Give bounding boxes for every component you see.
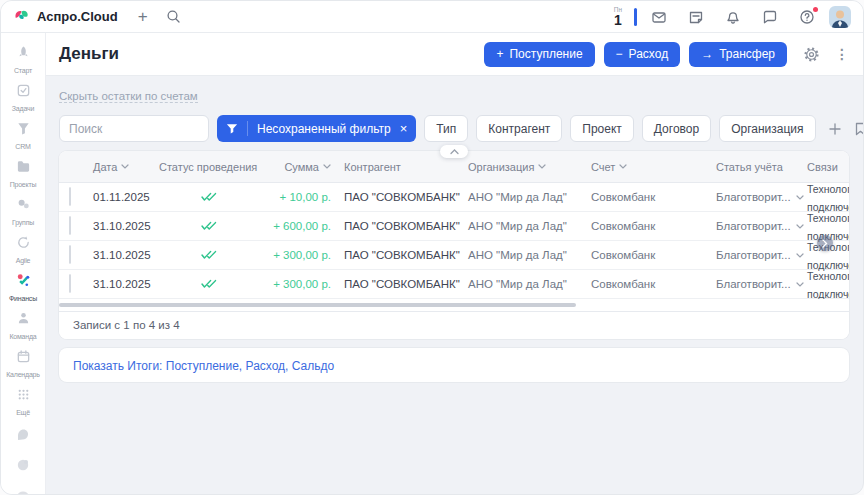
notes-icon[interactable]	[688, 9, 704, 25]
scroll-right-button[interactable]	[817, 235, 833, 251]
cell-counterparty: ПАО "СОВКОМБАНК"	[339, 249, 464, 261]
expense-button[interactable]: − Расход	[604, 42, 681, 67]
sidebar-item-projects[interactable]: Проекты	[1, 155, 45, 193]
cell-date: 31.10.2025	[89, 278, 159, 290]
filter-project-button[interactable]: Проект	[570, 115, 634, 142]
active-filter-chip[interactable]: Несохраненный фильтр ×	[217, 115, 416, 142]
cell-amount: + 300,00 р.	[254, 278, 339, 290]
cell-status	[159, 250, 254, 260]
horizontal-scrollbar	[59, 299, 849, 311]
sidebar-item-more[interactable]: Ещё	[1, 383, 45, 421]
filter-organization-button[interactable]: Организация	[719, 115, 815, 142]
sidebar-item-team[interactable]: Команда	[1, 307, 45, 345]
sidebar-item-start[interactable]: Старт	[1, 41, 45, 79]
search-icon[interactable]	[166, 9, 181, 24]
filter-type-button[interactable]: Тип	[424, 115, 468, 142]
create-plus-icon[interactable]: +	[138, 8, 148, 25]
transfer-button[interactable]: → Трансфер	[689, 42, 787, 67]
active-filter-label: Несохраненный фильтр	[248, 122, 399, 136]
column-header-category[interactable]: Статья учёта	[709, 161, 804, 173]
search-input[interactable]	[59, 115, 209, 142]
funnel-icon	[16, 121, 31, 140]
income-button[interactable]: + Поступление	[484, 42, 594, 67]
chevron-down-icon	[619, 164, 627, 169]
chevron-down-icon	[796, 282, 804, 287]
sidebar-item-label: Календарь	[6, 371, 40, 378]
column-header-counterparty[interactable]: Контрагент	[339, 161, 464, 173]
row-checkbox[interactable]	[69, 187, 71, 206]
sidebar-extra-icon-2[interactable]	[15, 452, 31, 483]
mail-icon[interactable]	[651, 9, 667, 25]
sidebar-item-finance[interactable]: Финансы	[1, 269, 45, 307]
sidebar-item-groups[interactable]: Группы	[1, 193, 45, 231]
chevron-down-icon	[796, 195, 804, 200]
table-row[interactable]: 31.10.2025 + 600,00 р. ПАО "СОВКОМБАНК" …	[59, 212, 849, 241]
app-window: Аспро.Cloud + Пн 1	[0, 0, 864, 495]
main-content: Деньги + Поступление − Расход → Трансфер	[46, 33, 863, 495]
column-header-status[interactable]: Статус проведения	[159, 161, 254, 173]
filter-toolbar: Несохраненный фильтр × Тип Контрагент Пр…	[59, 115, 849, 142]
scrollbar-thumb[interactable]	[59, 303, 576, 307]
help-icon[interactable]	[799, 9, 815, 25]
cell-category[interactable]: Благотворит...	[709, 191, 804, 203]
column-header-account[interactable]: Счет	[589, 161, 709, 173]
table-row[interactable]: 31.10.2025 + 300,00 р. ПАО "СОВКОМБАНК" …	[59, 270, 849, 299]
cell-account: Совкомбанк	[589, 191, 709, 203]
cell-counterparty: ПАО "СОВКОМБАНК"	[339, 278, 464, 290]
sidebar-item-label: Agile	[16, 257, 31, 264]
column-header-organization[interactable]: Организация	[464, 161, 589, 173]
kebab-menu-icon[interactable]: ⋮	[835, 47, 849, 61]
day-number: 1	[614, 13, 622, 27]
filter-counterparty-button[interactable]: Контрагент	[476, 115, 562, 142]
double-check-icon	[200, 192, 255, 202]
cell-date: 31.10.2025	[89, 249, 159, 261]
cell-date: 31.10.2025	[89, 220, 159, 232]
row-checkbox[interactable]	[69, 216, 71, 235]
filter-contract-button[interactable]: Договор	[642, 115, 711, 142]
row-checkbox[interactable]	[69, 274, 71, 293]
income-button-label: Поступление	[509, 47, 582, 61]
cell-category[interactable]: Благотворит...	[709, 220, 804, 232]
cell-category[interactable]: Благотворит...	[709, 278, 804, 290]
aspro-logo-icon	[13, 8, 30, 25]
funnel-icon[interactable]	[217, 121, 248, 136]
close-icon[interactable]: ×	[399, 122, 417, 135]
cell-links[interactable]: Технология подключени	[804, 266, 849, 302]
column-header-amount[interactable]: Сумма	[254, 161, 339, 173]
add-filter-plus-icon[interactable]	[828, 122, 842, 136]
bookmark-icon[interactable]	[854, 122, 864, 136]
sidebar: Старт Задачи CRM Проекты Группы Agile	[1, 33, 46, 495]
sidebar-extra-icon-3[interactable]	[15, 483, 31, 495]
chat-icon[interactable]	[762, 9, 778, 25]
show-totals-link[interactable]: Показать Итоги: Поступление, Расход, Сал…	[73, 359, 334, 373]
folder-icon	[16, 159, 31, 178]
cell-category[interactable]: Благотворит...	[709, 249, 804, 261]
bell-icon[interactable]	[725, 9, 741, 25]
column-header-date[interactable]: Дата	[89, 161, 159, 173]
sidebar-item-crm[interactable]: CRM	[1, 117, 45, 155]
notification-dot	[813, 7, 818, 12]
people-icon	[16, 197, 31, 216]
sidebar-item-label: Группы	[12, 219, 34, 226]
sidebar-item-agile[interactable]: Agile	[1, 231, 45, 269]
gear-icon[interactable]	[803, 46, 820, 63]
totals-card: Показать Итоги: Поступление, Расход, Сал…	[59, 348, 849, 382]
double-check-icon	[200, 221, 255, 231]
column-header-links[interactable]: Связи	[804, 161, 849, 173]
sidebar-item-label: Финансы	[9, 295, 37, 302]
sidebar-item-label: Задачи	[12, 105, 34, 112]
row-checkbox[interactable]	[69, 245, 71, 264]
calendar-date-widget[interactable]: Пн 1	[614, 6, 622, 27]
sidebar-item-calendar[interactable]: Календарь	[1, 345, 45, 383]
sidebar-item-label: CRM	[15, 143, 30, 150]
sidebar-extra-icon-1[interactable]	[15, 421, 31, 452]
brand-title: Аспро.Cloud	[37, 9, 118, 24]
table-row[interactable]: 01.11.2025 + 10,00 р. ПАО "СОВКОМБАНК" А…	[59, 183, 849, 212]
sidebar-item-label: Старт	[14, 67, 32, 74]
sidebar-item-tasks[interactable]: Задачи	[1, 79, 45, 117]
cycle-icon	[16, 235, 31, 254]
avatar[interactable]	[829, 6, 851, 28]
collapse-table-chevron-up-button[interactable]	[440, 145, 468, 158]
toggle-balances-link[interactable]: Скрыть остатки по счетам	[59, 90, 198, 103]
table-row[interactable]: 31.10.2025 + 300,00 р. ПАО "СОВКОМБАНК" …	[59, 241, 849, 270]
